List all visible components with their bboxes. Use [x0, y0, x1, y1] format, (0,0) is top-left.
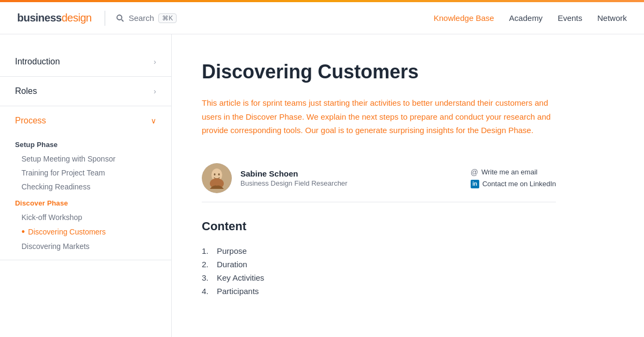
chevron-introduction-icon: › [153, 57, 156, 66]
main-nav: Knowledge Base Academy Events Network [434, 13, 627, 23]
setup-phase-label: Setup Phase [15, 135, 156, 152]
search-bar[interactable]: Search ⌘K [116, 13, 177, 23]
linkedin-label: Contact me on LinkedIn [482, 180, 556, 188]
author-name: Sabine Schoen [240, 169, 462, 178]
list-text-1: Purpose [217, 246, 247, 255]
svg-point-4 [214, 173, 216, 175]
logo[interactable]: business design [17, 12, 92, 24]
list-text-2: Duration [217, 260, 247, 269]
logo-part2: design [62, 12, 92, 24]
discovering-markets-label: Discovering Markets [21, 242, 90, 251]
active-bullet-icon: • [21, 227, 25, 237]
search-shortcut-text: ⌘K [162, 14, 173, 22]
sidebar-item-process[interactable]: Process ∨ [0, 106, 171, 135]
author-role: Business Design Field Researcher [240, 179, 462, 187]
sidebar-item-kickoff[interactable]: Kick-off Workshop [15, 210, 156, 224]
content-heading: Content [202, 219, 556, 233]
email-icon: @ [471, 168, 478, 177]
list-num-1: 1. [202, 246, 213, 255]
search-shortcut: ⌘K [158, 13, 177, 23]
search-label: Search [129, 13, 155, 23]
chevron-roles-icon: › [153, 87, 156, 96]
nav-network[interactable]: Network [597, 13, 627, 23]
sidebar-item-setup-meeting[interactable]: Setup Meeting with Sponsor [15, 152, 156, 166]
sidebar-section-roles: Roles › [0, 77, 171, 106]
header: business design Search ⌘K Knowledge Base… [0, 2, 644, 34]
sidebar-introduction-label: Introduction [15, 57, 60, 67]
sidebar-section-process: Process ∨ Setup Phase Setup Meeting with… [0, 106, 171, 260]
sidebar: Introduction › Roles › Process ∨ Setup P… [0, 34, 172, 337]
kickoff-label: Kick-off Workshop [21, 213, 82, 222]
sidebar-item-introduction[interactable]: Introduction › [0, 47, 171, 76]
sidebar-item-checking-readiness[interactable]: Checking Readiness [15, 180, 156, 194]
linkedin-link[interactable]: in Contact me on LinkedIn [471, 180, 556, 188]
search-icon [116, 14, 125, 23]
training-label: Training for Project Team [21, 169, 105, 177]
main-content: Discovering Customers This article is fo… [172, 34, 590, 337]
list-item: 2.Duration [202, 258, 556, 271]
article-intro: This article is for sprint teams just st… [202, 96, 556, 137]
logo-part1: business [17, 12, 62, 24]
main-layout: Introduction › Roles › Process ∨ Setup P… [0, 34, 644, 337]
nav-academy[interactable]: Academy [509, 13, 543, 23]
list-num-3: 3. [202, 273, 213, 282]
list-item: 3.Key Activities [202, 271, 556, 284]
author-info: Sabine Schoen Business Design Field Rese… [240, 169, 462, 187]
discover-phase-label: Discover Phase [15, 194, 156, 210]
list-text-4: Participants [217, 287, 259, 296]
svg-point-5 [218, 173, 220, 175]
email-label: Write me an email [481, 168, 538, 176]
content-section: Content 1.Purpose 2.Duration 3.Key Activ… [202, 219, 556, 298]
linkedin-icon: in [471, 180, 479, 188]
avatar [202, 163, 232, 193]
nav-knowledge-base[interactable]: Knowledge Base [434, 13, 494, 23]
sidebar-item-training[interactable]: Training for Project Team [15, 166, 156, 180]
list-text-3: Key Activities [217, 273, 264, 282]
list-item: 4.Participants [202, 284, 556, 298]
sidebar-process-sub: Setup Phase Setup Meeting with Sponsor T… [0, 135, 171, 260]
sidebar-roles-label: Roles [15, 86, 37, 96]
sidebar-section-introduction: Introduction › [0, 47, 171, 77]
article-title: Discovering Customers [202, 60, 556, 83]
list-item: 1.Purpose [202, 244, 556, 258]
svg-point-0 [117, 15, 122, 20]
chevron-process-icon: ∨ [151, 116, 156, 125]
sidebar-item-discovering-markets[interactable]: Discovering Markets [15, 239, 156, 253]
list-num-2: 2. [202, 260, 213, 269]
nav-events[interactable]: Events [558, 13, 582, 23]
sidebar-item-roles[interactable]: Roles › [0, 77, 171, 106]
list-num-4: 4. [202, 287, 213, 296]
sidebar-process-label: Process [15, 116, 46, 126]
author-contact: @ Write me an email in Contact me on Lin… [471, 168, 556, 188]
content-list: 1.Purpose 2.Duration 3.Key Activities 4.… [202, 244, 556, 298]
svg-line-1 [121, 19, 123, 21]
author-section: Sabine Schoen Business Design Field Rese… [202, 155, 556, 202]
header-divider [105, 11, 105, 26]
checking-readiness-label: Checking Readiness [21, 182, 90, 191]
email-link[interactable]: @ Write me an email [471, 168, 556, 177]
discovering-customers-label: Discovering Customers [28, 228, 106, 236]
setup-meeting-label: Setup Meeting with Sponsor [21, 155, 115, 163]
sidebar-item-discovering-customers[interactable]: • Discovering Customers [15, 224, 156, 239]
